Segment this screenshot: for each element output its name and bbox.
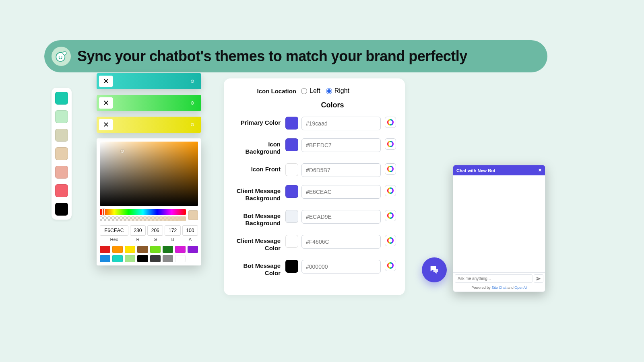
chat-header: Chat with New Bot ✕ [453,165,545,175]
colors-heading: Colors [233,101,396,109]
hex-input[interactable] [100,225,128,236]
color-hex-input[interactable] [301,185,381,199]
palette-swatch-0[interactable] [55,92,68,105]
theme-form-panel: Icon Location Left Right Colors Primary … [224,78,405,295]
chat-message-input[interactable] [455,274,533,283]
preset-swatch-8[interactable] [100,255,110,262]
preset-swatch-14[interactable] [175,255,186,262]
palette-swatch-4[interactable] [55,166,68,179]
preset-swatch-0[interactable] [100,246,110,253]
color-swatch[interactable] [285,235,298,248]
palette-swatch-1[interactable] [55,110,68,123]
preset-swatch-12[interactable] [150,255,161,262]
icon-location-left-radio[interactable]: Left [301,87,320,95]
preset-swatch-13[interactable] [163,255,173,262]
preset-swatch-6[interactable] [175,246,186,253]
color-swatch[interactable] [285,163,298,176]
color-swatch[interactable] [285,260,298,273]
b-input[interactable] [165,225,180,236]
chat-close-button[interactable]: ✕ [538,168,542,173]
preset-swatch-9[interactable] [112,255,123,262]
color-field-row: Primary Color [233,117,396,130]
svg-point-9 [388,238,393,243]
sitechat-link[interactable]: Site Chat [491,286,506,290]
color-hex-input[interactable] [301,235,381,249]
color-hex-input[interactable] [301,138,381,152]
svg-point-6 [388,167,393,172]
a-input[interactable] [182,225,198,236]
color-wheel-button[interactable] [385,210,396,221]
brand-palette [52,88,72,220]
saturation-cursor[interactable] [121,150,124,153]
svg-point-8 [388,213,393,218]
send-icon [536,276,541,281]
r-input[interactable] [130,225,146,236]
close-icon[interactable]: ✕ [99,119,113,130]
picker-cursor [191,101,194,105]
openai-link[interactable]: OpenAI [514,286,527,290]
color-hex-input[interactable] [301,210,381,224]
color-picker-stack: ✕✕✕ Hex R G B A [97,73,201,265]
color-wheel-button[interactable] [385,260,396,271]
color-wheel-button[interactable] [385,235,396,246]
color-wheel-button[interactable] [385,117,396,128]
color-field-row: Icon Front [233,163,396,177]
icon-location-right-radio[interactable]: Right [326,87,349,95]
color-field-label: Primary Color [233,117,285,126]
color-swatch[interactable] [285,138,298,151]
preset-swatch-4[interactable] [150,246,161,253]
preset-swatch-1[interactable] [112,246,123,253]
color-hex-input[interactable] [301,163,381,177]
palette-swatch-2[interactable] [55,129,68,142]
picker-cursor [191,123,194,126]
collapsed-picker-2: ✕ [97,117,201,133]
picker-cursor [191,80,194,83]
preset-swatch-5[interactable] [163,246,173,253]
headline-banner: Sync your chatbot's themes to match your… [44,40,547,72]
preset-swatch-3[interactable] [137,246,148,253]
color-picker-panel: Hex R G B A [97,138,201,265]
left-radio-label: Left [310,87,320,95]
chat-launcher-button[interactable] [422,257,447,282]
banner-logo [52,47,71,66]
palette-swatch-6[interactable] [55,203,68,216]
preset-swatch-7[interactable] [188,246,198,253]
color-field-label: Client Message Background [233,185,285,202]
chat-send-button[interactable] [534,274,543,283]
alpha-slider[interactable] [100,216,186,221]
chat-title: Chat with New Bot [456,168,495,173]
g-input[interactable] [147,225,163,236]
color-field-label: Client Message Color [233,235,285,252]
svg-point-1 [59,56,60,58]
color-hex-input[interactable] [301,117,381,130]
color-wheel-button[interactable] [385,185,396,196]
b-label: B [165,237,180,242]
collapsed-picker-1: ✕ [97,95,201,111]
hue-slider[interactable] [100,209,186,215]
color-swatch[interactable] [285,185,298,198]
collapsed-picker-0: ✕ [97,73,201,89]
hue-cursor[interactable] [102,209,105,215]
color-field-label: Bot Message Background [233,210,285,227]
palette-swatch-5[interactable] [55,184,68,197]
color-swatch[interactable] [285,117,298,130]
r-label: R [130,237,146,242]
saturation-area[interactable] [100,142,198,206]
palette-swatch-3[interactable] [55,147,68,160]
chat-body [453,175,545,272]
close-icon[interactable]: ✕ [99,76,113,87]
svg-point-4 [388,120,393,125]
color-swatch[interactable] [285,210,298,223]
g-label: G [147,237,163,242]
chat-footer: Powered by Site Chat and OpenAI [453,284,545,292]
close-icon[interactable]: ✕ [99,97,113,109]
banner-title: Sync your chatbot's themes to match your… [77,48,467,65]
preset-swatch-2[interactable] [125,246,135,253]
preset-swatch-11[interactable] [137,255,148,262]
color-hex-input[interactable] [301,260,381,274]
color-wheel-button[interactable] [385,163,396,175]
preset-swatch-10[interactable] [125,255,135,262]
hex-label: Hex [100,237,128,242]
svg-point-10 [388,263,393,268]
color-wheel-button[interactable] [385,138,396,150]
